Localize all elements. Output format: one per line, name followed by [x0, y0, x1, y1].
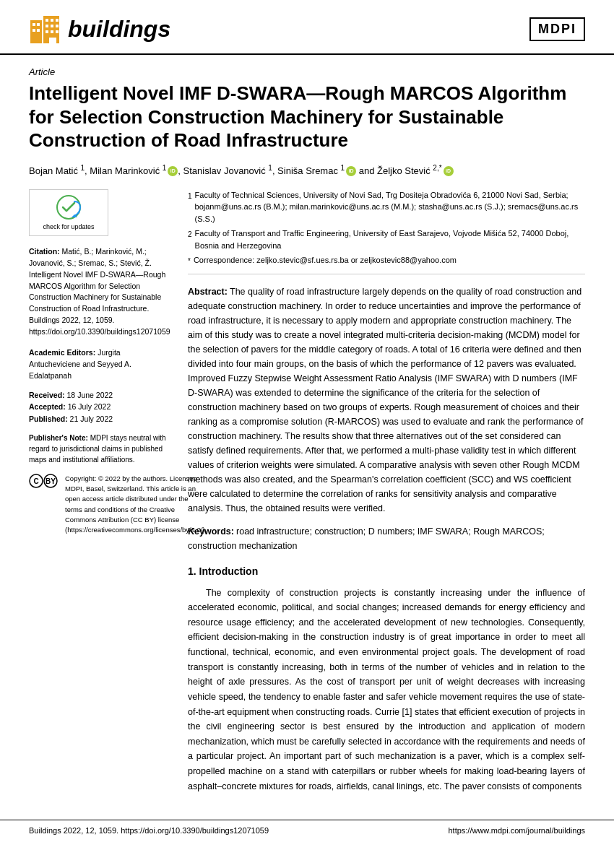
authors: Bojan Matić 1, Milan Marinković 1, Stani…: [29, 162, 585, 179]
introduction-heading: 1. Introduction: [188, 563, 585, 579]
cc-license-icon: C BY: [29, 474, 61, 488]
article-type: Article: [29, 66, 585, 77]
published-date: 21 July 2022: [70, 415, 113, 423]
right-column: 1 Faculty of Technical Sciences, Univers…: [188, 189, 585, 799]
cc-license: C BY Copyright: © 2022 by the authors. L…: [29, 474, 173, 536]
abstract-text: The quality of road infrastructure large…: [188, 287, 583, 513]
footer-left: Buildings 2022, 12, 1059. https://doi.or…: [29, 826, 269, 835]
footer-right: https://www.mdpi.com/journal/buildings: [448, 826, 585, 835]
svg-rect-14: [56, 30, 59, 33]
svg-rect-15: [49, 38, 56, 43]
svg-rect-5: [37, 29, 40, 32]
affil-num-1: 1: [188, 189, 192, 225]
footer: Buildings 2022, 12, 1059. https://doi.or…: [0, 820, 614, 841]
abstract-section: Abstract: The quality of road infrastruc…: [188, 285, 585, 516]
citation-label: Citation:: [29, 247, 60, 256]
affiliations: 1 Faculty of Technical Sciences, Univers…: [188, 189, 585, 275]
accepted-date: 16 July 2022: [68, 402, 111, 411]
publisher-note-label: Publisher's Note:: [29, 434, 88, 442]
svg-text:C: C: [33, 477, 38, 485]
svg-rect-7: [51, 19, 53, 22]
keywords-section: Keywords: road infrastructure; construct…: [188, 524, 585, 553]
copyright-text: Copyright: © 2022 by the authors. Licens…: [65, 474, 207, 536]
svg-rect-13: [51, 30, 53, 33]
svg-rect-12: [46, 30, 48, 33]
check-updates-label: check for updates: [43, 223, 94, 232]
header: buildings MDPI: [0, 0, 614, 55]
orcid-icon-stevic: [444, 166, 454, 176]
publisher-note: Publisher's Note: MDPI stays neutral wit…: [29, 433, 173, 465]
correspondence-line: * Correspondence: zeljko.stevic@sf.ues.r…: [188, 254, 585, 266]
received-label: Received:: [29, 391, 65, 399]
svg-rect-4: [33, 29, 35, 32]
check-for-updates-box[interactable]: check for updates: [29, 189, 108, 237]
two-column-layout: check for updates Citation: Matić, B.; M…: [29, 189, 585, 799]
orcid-icon-marinkovic: [168, 166, 178, 176]
logo-area: buildings: [29, 13, 170, 45]
page: buildings MDPI Article Intelligent Novel…: [0, 0, 614, 868]
accepted-label: Accepted:: [29, 402, 66, 411]
citation-box: Citation: Matić, B.; Marinković, M.; Jov…: [29, 246, 173, 337]
mdpi-logo: MDPI: [529, 17, 585, 41]
affil-text-1: Faculty of Technical Sciences, Universit…: [195, 189, 585, 225]
introduction-paragraph1: The complexity of construction projects …: [188, 586, 585, 794]
published-label: Published:: [29, 415, 68, 423]
affil-item-1: 1 Faculty of Technical Sciences, Univers…: [188, 189, 585, 225]
correspondence-marker: *: [188, 254, 191, 266]
published-line: Published: 21 July 2022: [29, 413, 173, 425]
affil-num-2: 2: [188, 227, 192, 251]
affil-text-2: Faculty of Transport and Traffic Enginee…: [195, 227, 585, 251]
affil-item-2: 2 Faculty of Transport and Traffic Engin…: [188, 227, 585, 251]
received-date: 18 June 2022: [67, 391, 113, 399]
svg-rect-3: [37, 23, 40, 26]
check-updates-icon: [56, 194, 82, 220]
svg-rect-2: [33, 23, 35, 26]
academic-editors: Academic Editors: Jurgita Antucheviciene…: [29, 347, 173, 381]
academic-editors-label: Academic Editors:: [29, 348, 95, 357]
svg-rect-9: [46, 25, 48, 27]
svg-rect-6: [46, 19, 48, 22]
received-line: Received: 18 June 2022: [29, 389, 173, 402]
orcid-icon-sremac: [346, 166, 356, 176]
svg-rect-10: [51, 25, 53, 27]
svg-rect-0: [30, 20, 42, 43]
main-content: Article Intelligent Novel IMF D-SWARA—Ro…: [0, 55, 614, 805]
accepted-line: Accepted: 16 July 2022: [29, 401, 173, 413]
svg-text:BY: BY: [46, 477, 56, 485]
dates-box: Received: 18 June 2022 Accepted: 16 July…: [29, 389, 173, 425]
journal-title: buildings: [68, 16, 170, 43]
abstract-label: Abstract:: [188, 287, 228, 297]
svg-rect-8: [56, 19, 59, 22]
left-column: check for updates Citation: Matić, B.; M…: [29, 189, 173, 799]
buildings-logo-icon: [29, 13, 61, 45]
svg-rect-11: [56, 25, 59, 27]
citation-text: Matić, B.; Marinković, M.; Jovanović, S.…: [29, 247, 170, 335]
correspondence-text: Correspondence: zeljko.stevic@sf.ues.rs.…: [194, 254, 457, 266]
keywords-label: Keywords:: [188, 526, 234, 537]
keywords-text: road infrastructure; construction; D num…: [188, 526, 545, 551]
paper-title: Intelligent Novel IMF D-SWARA—Rough MARC…: [29, 82, 585, 152]
